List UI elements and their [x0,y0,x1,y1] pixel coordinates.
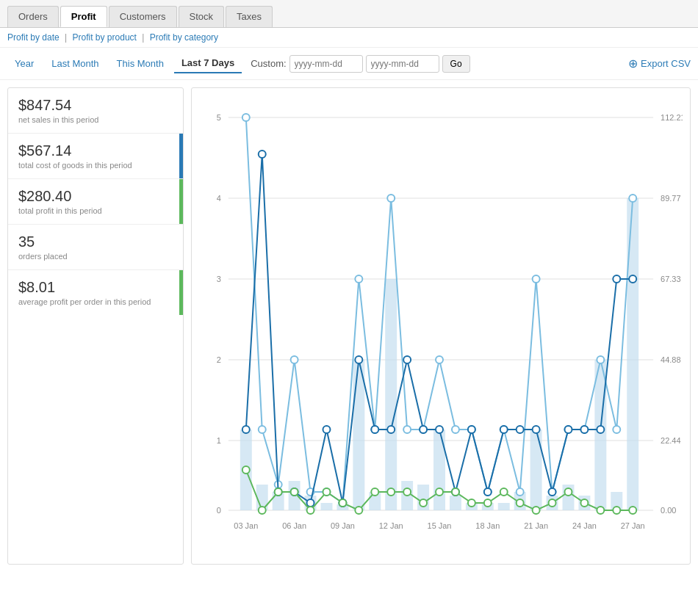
svg-point-98 [323,488,330,496]
svg-point-90 [597,426,604,433]
filter-this-month[interactable]: This Month [109,54,171,73]
stat-avg-profit: $8.01 average profit per order in this p… [8,270,183,315]
svg-point-55 [436,356,443,363]
svg-point-101 [371,488,378,496]
svg-point-86 [533,426,540,433]
svg-point-116 [613,507,620,514]
svg-text:06 Jan: 06 Jan [282,521,306,530]
svg-point-103 [403,488,411,496]
stat-value-net-sales: $847.54 [18,97,173,114]
svg-point-112 [549,499,556,507]
svg-point-65 [597,356,604,363]
custom-date-start[interactable] [289,55,363,73]
svg-point-89 [580,426,588,433]
stat-label-avg-profit: average profit per order in this period [18,297,173,306]
svg-point-82 [468,426,475,433]
svg-point-56 [452,426,459,433]
export-icon: ⊕ [628,57,638,70]
filter-last-month[interactable]: Last Month [44,54,106,73]
svg-rect-30 [433,430,445,510]
svg-point-96 [291,488,298,496]
stat-cost-goods: $567.14 total cost of goods in this peri… [8,134,183,179]
filter-bar: Year Last Month This Month Last 7 Days C… [0,48,698,80]
filter-year[interactable]: Year [7,54,41,73]
svg-rect-40 [594,360,606,510]
svg-point-46 [291,356,298,363]
svg-point-68 [242,426,250,433]
svg-rect-31 [450,496,461,510]
svg-point-102 [387,488,395,496]
svg-point-91 [613,275,620,283]
breadcrumb-sep2: | [142,32,146,43]
stat-value-orders: 35 [18,233,173,250]
stat-bar-cost-goods [179,134,183,178]
breadcrumb-profit-by-product[interactable]: Profit by product [73,32,137,43]
svg-rect-34 [498,503,510,510]
stat-label-orders: orders placed [18,252,173,261]
stat-label-cost-goods: total cost of goods in this period [18,161,173,170]
svg-point-60 [517,488,524,496]
tab-stock[interactable]: Stock [179,6,225,27]
custom-date-end[interactable] [366,55,439,73]
svg-text:15 Jan: 15 Jan [428,521,452,530]
svg-point-44 [259,426,266,433]
svg-point-52 [387,195,395,202]
svg-point-77 [387,426,395,433]
export-csv-button[interactable]: ⊕ Export CSV [628,57,691,70]
svg-text:0.00: 0.00 [661,506,676,515]
go-button[interactable]: Go [442,55,470,73]
stat-value-total-profit: $280.40 [18,188,173,205]
svg-point-69 [259,151,266,158]
filter-last-7-days[interactable]: Last 7 Days [174,54,242,73]
breadcrumb-profit-by-date[interactable]: Profit by date [7,32,60,43]
svg-point-95 [275,488,282,496]
svg-point-113 [564,488,572,496]
tab-orders[interactable]: Orders [7,6,59,27]
svg-point-85 [517,426,524,433]
svg-point-92 [629,275,636,283]
svg-point-76 [371,426,378,433]
svg-point-97 [307,507,314,514]
tab-profit[interactable]: Profit [60,6,107,27]
stat-value-cost-goods: $567.14 [18,142,173,159]
breadcrumb-sep1: | [65,32,69,43]
breadcrumb-profit-by-category[interactable]: Profit by category [150,32,218,43]
tab-taxes[interactable]: Taxes [226,6,273,27]
svg-point-105 [436,488,443,496]
svg-point-87 [549,488,556,496]
svg-point-115 [597,507,604,514]
svg-text:27 Jan: 27 Jan [621,521,645,530]
svg-point-79 [420,426,427,433]
svg-text:5: 5 [217,113,221,122]
svg-point-43 [242,114,250,121]
export-label: Export CSV [641,58,691,69]
svg-text:4: 4 [217,194,221,203]
tab-customers[interactable]: Customers [109,6,177,27]
svg-point-108 [484,499,492,507]
app-container: Orders Profit Customers Stock Taxes Prof… [0,0,698,572]
svg-text:0: 0 [217,506,221,515]
svg-point-106 [452,488,459,496]
svg-point-100 [355,507,362,514]
svg-point-99 [339,499,346,507]
svg-point-117 [629,507,636,514]
svg-point-109 [500,488,508,496]
svg-point-80 [436,426,443,433]
stat-value-avg-profit: $8.01 [18,279,173,296]
svg-point-75 [355,356,362,363]
svg-point-61 [533,275,540,283]
svg-text:24 Jan: 24 Jan [572,521,597,530]
svg-point-110 [517,499,524,507]
svg-rect-23 [320,503,332,510]
svg-point-94 [259,507,266,514]
svg-point-104 [420,499,427,507]
svg-text:89.77: 89.77 [661,194,680,203]
profit-chart: 5 4 3 2 1 0 112.21 89.77 67.33 44.88 22.… [199,95,683,551]
stat-total-profit: $280.40 total profit in this period [8,179,183,225]
svg-text:3: 3 [217,275,221,283]
svg-text:09 Jan: 09 Jan [331,521,355,530]
svg-text:12 Jan: 12 Jan [379,521,403,530]
svg-point-107 [468,499,475,507]
stats-panel: $847.54 net sales in this period $567.14… [7,87,184,565]
svg-point-111 [533,507,540,514]
